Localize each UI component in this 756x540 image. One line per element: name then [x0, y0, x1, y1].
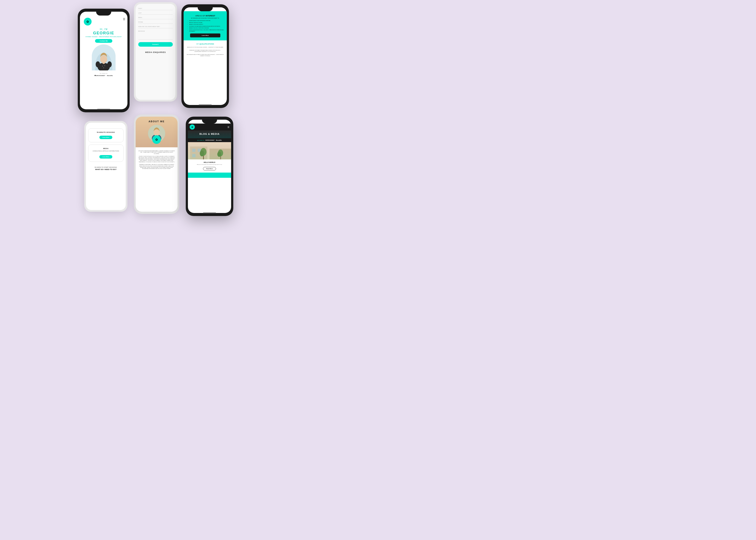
list-item: MANAGE STRESS AND BURNOUT [189, 24, 224, 25]
areas-list: ADDRESS ANXIETY AND DEPRESSION SYMPTOMS … [186, 20, 224, 32]
about-header: ABOUT ME ✿ [136, 117, 178, 147]
sessions-title: 50-MINUTE SESSIONS [91, 132, 121, 133]
svg-point-23 [200, 150, 204, 156]
about-para-3: TREATMENT IS INDIVIDUALLY TAILORED TO YO… [138, 164, 176, 170]
hero-subtitle: SYDNEY BASED • REGISTERED PSYCHOLOGIST [82, 36, 126, 37]
list-item: IMPROVE THEIR SELF-ESTEEM [189, 22, 224, 23]
blog-post-card: HELLO WORLD! Welcome to the Georgie Lava… [188, 159, 231, 173]
as-seen-in-label: AS SEEN IN [82, 73, 126, 74]
form-field-message[interactable]: MESSAGE [138, 29, 173, 40]
blog-image-svg [188, 142, 231, 159]
sessions-card: 50-MINUTE SESSIONS Learn More [88, 128, 124, 142]
phone-contact-screen: FIRST LAST EMAIL PHONE HOW DID YOU HEAR … [136, 4, 176, 100]
contact-me-button[interactable]: Contact Me [95, 39, 112, 43]
form-container: FIRST LAST EMAIL PHONE HOW DID YOU HEAR … [136, 4, 176, 100]
media-logos: BROADSHEET MamaMia [82, 75, 126, 76]
phone-blog-screen: ✿ ☰ BLOG & MEDIA AS SEEN IN BROADSHEET M… [188, 120, 231, 213]
phone-about-screen: ABOUT ME ✿ [136, 117, 178, 212]
broadsheet-logo: BROADSHEET [95, 75, 105, 76]
areas-title: AREAS OF INTEREST [186, 15, 224, 17]
field-label-message: MESSAGE [138, 31, 173, 32]
svg-point-7 [104, 65, 105, 66]
phone-services: 50-MINUTE SESSIONS Learn More MEDIA CONS… [84, 121, 127, 212]
form-field-last[interactable]: LAST [138, 11, 173, 15]
home-indicator-1 [97, 109, 110, 110]
phone-hero-screen: ✿ ☰ HI, I'M GEORGIE SYDNEY BASED • REGIS… [80, 12, 127, 109]
notch-6 [202, 120, 217, 124]
hamburger-icon[interactable]: ☰ [123, 18, 125, 26]
list-item: DECREASE PROCRASTINATION BEHAVIOURS AND … [189, 26, 224, 27]
field-label-first: FIRST [138, 8, 173, 9]
blog-mamamia-text: MamaMia [216, 140, 222, 141]
blog-image-area [188, 142, 231, 159]
svg-point-4 [96, 61, 100, 68]
list-item: MANAGE FEELINGS OF IMPOSTER SYNDROME [189, 27, 224, 29]
hero-photo-area [92, 45, 116, 70]
media-card: MEDIA CONSULTING & ARTICLE CONTRIBUTIONS… [88, 145, 124, 162]
submit-button[interactable]: Submit [138, 42, 173, 47]
media-card-subtitle: CONSULTING & ARTICLE CONTRIBUTIONS [91, 150, 121, 152]
blog-teal-footer [188, 173, 231, 178]
home-indicator-3 [199, 104, 212, 105]
keen-line2: WHAT DO I NEED TO DO? [88, 169, 124, 171]
phone-areas: AREAS OF INTEREST MY PASSION LIES IN HEL… [182, 4, 229, 108]
about-badge: ✿ [152, 135, 161, 144]
phone-contact: FIRST LAST EMAIL PHONE HOW DID YOU HEAR … [134, 2, 177, 101]
svg-point-26 [217, 152, 221, 157]
hero-photo-svg [92, 45, 116, 70]
blog-broadsheet: BROADSHEET [206, 140, 214, 141]
hero-name: GEORGIE [82, 31, 126, 36]
media-learn-more-button[interactable]: Learn More [99, 155, 112, 159]
read-more-button[interactable]: Read More [203, 167, 216, 171]
about-photo-wrapper: ✿ [148, 125, 165, 142]
hero-logo-area: ✿ [82, 18, 123, 26]
phone-blog: ✿ ☰ BLOG & MEDIA AS SEEN IN BROADSHEET M… [186, 117, 233, 216]
hero-content: HI, I'M GEORGIE SYDNEY BASED • REGISTERE… [80, 27, 127, 43]
notch-3 [197, 7, 213, 11]
field-label-hear: HOW DID YOU HEAR ABOUT ME? [138, 26, 173, 27]
logo-circle: ✿ [84, 18, 91, 26]
as-seen-in-section: AS SEEN IN BROADSHEET MamaMia [80, 72, 127, 77]
learn-more-areas-button[interactable]: Learn More [190, 34, 220, 37]
form-field-hear[interactable]: HOW DID YOU HEAR ABOUT ME? [138, 24, 173, 28]
sessions-learn-more-button[interactable]: Learn More [99, 136, 112, 139]
about-content: MY ETHOS IS PREVENTION AND MAINTENANCE. … [136, 147, 178, 173]
form-field-phone[interactable]: PHONE [138, 20, 173, 24]
services-content: 50-MINUTE SESSIONS Learn More MEDIA CONS… [86, 123, 126, 171]
blog-broadsheet-text: BROADSHEET [207, 140, 214, 141]
blog-post-text: Welcome to the Georgie Lavan website blo… [190, 164, 228, 165]
phone-about: ABOUT ME ✿ [134, 114, 179, 214]
hero-hi-text: HI, I'M [82, 28, 126, 31]
about-para-2: I'M HERE TO WORK WITH ADULTS (18–65 YEAR… [138, 156, 176, 163]
blog-as-seen-label: AS SEEN IN [197, 140, 204, 141]
blog-post-title: HELLO WORLD! [190, 162, 228, 163]
media-enquiries-title: MEDIA ENQUIRIES [138, 49, 173, 55]
qual-item-2: AUSTRALIAN HEALTH PRACTITIONER REGULATIO… [186, 54, 224, 57]
svg-point-8 [103, 68, 104, 68]
media-card-title: MEDIA [91, 148, 121, 149]
svg-point-5 [107, 61, 112, 68]
qualifications-section: MY QUALIFICATIONS BACHELOR OF PSYCHOLOGI… [184, 40, 227, 61]
blog-main-title: BLOG & MEDIA [190, 133, 228, 135]
svg-rect-18 [192, 149, 195, 152]
form-field-first[interactable]: FIRST [138, 6, 173, 10]
blog-logo: ✿ [189, 124, 195, 130]
blog-title-section: BLOG & MEDIA [188, 130, 231, 138]
svg-point-6 [102, 66, 103, 67]
blog-nav: ✿ ☰ [188, 124, 231, 130]
qual-item-0: BACHELOR OF PSYCHOLOGICAL SCIENCE – UNIV… [186, 47, 224, 48]
hero-nav: ✿ ☰ [80, 16, 127, 27]
blog-as-seen-bar: AS SEEN IN BROADSHEET MamaMia [188, 138, 231, 142]
svg-rect-20 [192, 154, 195, 157]
list-item: ADDRESS ANXIETY AND DEPRESSION SYMPTOMS [189, 20, 224, 21]
phone-services-screen: 50-MINUTE SESSIONS Learn More MEDIA CONS… [86, 123, 126, 210]
areas-subtitle: MY PASSION LIES IN HELPING THOSE WHO WAN… [186, 18, 224, 19]
about-title: ABOUT ME [138, 120, 175, 123]
field-label-email: EMAIL [138, 17, 173, 18]
notch-1 [96, 12, 111, 16]
form-field-email[interactable]: EMAIL [138, 15, 173, 19]
field-label-phone: PHONE [138, 21, 173, 23]
keen-line1: I'M KEEN TO START SESSIONS. [88, 167, 124, 168]
qual-item-1: GRADUATE DIPLOMA OF BEHAVIOURAL SCIENCE … [186, 50, 224, 52]
blog-hamburger-icon[interactable]: ☰ [227, 126, 229, 128]
